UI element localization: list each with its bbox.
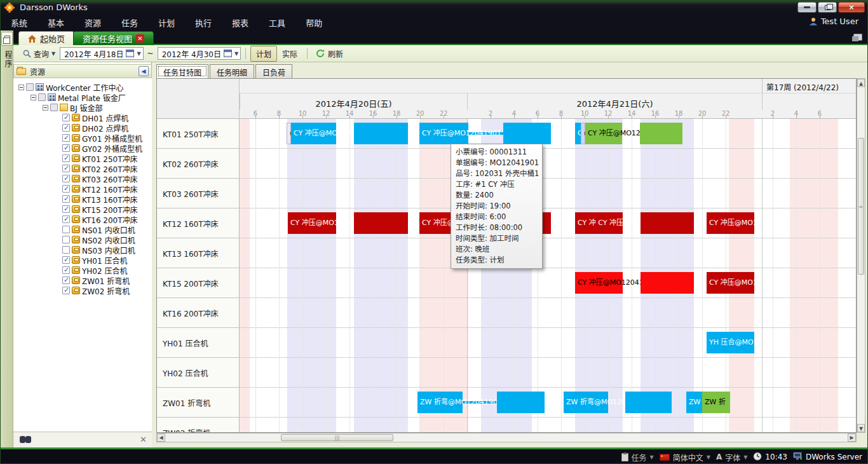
tree-item-GY02[interactable]: GY02 外桶成型机: [55, 143, 142, 153]
query-button[interactable]: 查询 ▼: [18, 46, 60, 62]
vertical-scroll-thumb[interactable]: ≡: [858, 138, 864, 275]
task-bar[interactable]: CY 冲压@MO12041901: [419, 123, 468, 144]
task-bar[interactable]: ZW: [686, 392, 702, 413]
menu-item-系统[interactable]: 系统: [1, 15, 37, 31]
tree-checkbox[interactable]: [62, 134, 70, 142]
task-bar[interactable]: YH 压合@MO1: [707, 332, 754, 353]
program-side-strip[interactable]: 程序: [1, 31, 13, 447]
scroll-left-icon[interactable]: ◀: [157, 433, 165, 442]
tree-item-KT13[interactable]: KT13 160T冲床: [55, 194, 138, 204]
tree-item-NS02[interactable]: NS02 内收口机: [55, 235, 135, 245]
tree-item-NS03[interactable]: NS03 内收口机: [55, 245, 135, 255]
program-strip-tab[interactable]: [1, 32, 13, 46]
tree-checkbox[interactable]: [62, 246, 70, 254]
task-bar[interactable]: ZW 折: [702, 392, 730, 413]
scroll-right-icon[interactable]: ▶: [848, 433, 856, 442]
tree-checkbox[interactable]: [62, 205, 70, 213]
actual-toggle[interactable]: 实际: [277, 46, 302, 61]
close-button[interactable]: ×: [838, 2, 865, 13]
menu-item-资源[interactable]: 资源: [74, 15, 111, 31]
view-tab-任务甘特图[interactable]: 任务甘特图: [156, 64, 208, 78]
tree-checkbox[interactable]: [62, 266, 70, 274]
task-bar[interactable]: C: [575, 123, 581, 144]
task-bar[interactable]: CY 冲压@MO12041904: [288, 212, 336, 234]
tree-checkbox[interactable]: [62, 226, 70, 233]
task-bar[interactable]: C: [581, 123, 585, 144]
tree-checkbox[interactable]: [62, 165, 70, 172]
menu-item-报表[interactable]: 报表: [222, 15, 259, 31]
tree-item-DH02[interactable]: DH02 点焊机: [55, 123, 128, 133]
tree-checkbox[interactable]: [62, 144, 70, 152]
status-item-简体中文[interactable]: 简体中文▼: [660, 452, 710, 463]
tree-item-KT15[interactable]: KT15 200T冲床: [55, 204, 138, 214]
task-bar[interactable]: C: [287, 123, 291, 144]
window-list-icon[interactable]: [853, 34, 862, 41]
tree-checkbox[interactable]: [62, 175, 70, 182]
tree-checkbox[interactable]: [62, 185, 70, 193]
tree-item-GY01[interactable]: GY01 外桶成型机: [55, 133, 142, 143]
menu-item-帮助[interactable]: 帮助: [295, 15, 332, 31]
scroll-up-icon[interactable]: ▲: [857, 79, 865, 87]
date-to-field[interactable]: 2012年 4月30日 ▼: [158, 47, 241, 60]
doc-tab-资源任务视图[interactable]: 资源任务视图✕: [73, 31, 154, 45]
find-binoculars-icon[interactable]: [20, 436, 31, 444]
tree-checkbox[interactable]: [26, 83, 34, 91]
tree-item-YH02[interactable]: YH02 压合机: [55, 265, 127, 275]
tree-checkbox[interactable]: [62, 236, 70, 243]
tree-item-NS01[interactable]: NS01 内收口机: [55, 224, 135, 235]
task-bar[interactable]: [641, 212, 694, 234]
menu-item-基本[interactable]: 基本: [37, 15, 74, 31]
view-tab-日负荷[interactable]: 日负荷: [255, 64, 292, 78]
task-bar[interactable]: ZW 折弯@MO12041901: [564, 392, 608, 413]
task-bar[interactable]: CY 冲压@MO12041903: [575, 272, 623, 294]
tree-item-BJ[interactable]: BJ 钣金部: [43, 102, 103, 113]
task-bar[interactable]: [503, 123, 551, 144]
refresh-button[interactable]: 刷新: [312, 46, 347, 61]
task-bar[interactable]: CY 冲 CY 冲压@MO12041904: [575, 212, 623, 234]
tree-expander-icon[interactable]: [18, 85, 24, 90]
tree-item-KT16[interactable]: KT16 200T冲床: [55, 214, 138, 224]
plan-toggle[interactable]: 计划: [250, 46, 277, 62]
task-bar[interactable]: [625, 392, 672, 413]
tree-checkbox[interactable]: [62, 215, 70, 223]
tree-checkbox[interactable]: [62, 287, 70, 294]
doc-tab-起始页[interactable]: 起始页: [18, 31, 74, 45]
menu-item-工具[interactable]: 工具: [259, 15, 295, 31]
restore-button[interactable]: [818, 2, 837, 13]
tree-item-KT01[interactable]: KT01 250T冲床: [55, 153, 138, 163]
task-bar[interactable]: CY 冲压@MO1: [707, 212, 754, 234]
tree-checkbox[interactable]: [62, 256, 70, 264]
task-bar[interactable]: [497, 392, 545, 413]
tree-expander-icon[interactable]: [43, 105, 48, 111]
tree-expander-icon[interactable]: [31, 95, 36, 100]
tree-item-KT02[interactable]: KT02 260T冲床: [55, 163, 138, 174]
view-tab-任务明细[interactable]: 任务明细: [210, 64, 254, 78]
menu-item-执行[interactable]: 执行: [185, 15, 222, 31]
tree-checkbox[interactable]: [38, 93, 46, 101]
status-item-10:43[interactable]: 10:43: [753, 452, 787, 463]
tree-checkbox[interactable]: [62, 195, 70, 203]
tree-item-KT12[interactable]: KT12 160T冲床: [55, 184, 138, 194]
task-bar[interactable]: [640, 123, 682, 144]
minimize-button[interactable]: [797, 2, 817, 13]
task-bar[interactable]: [354, 123, 408, 144]
tree-checkbox[interactable]: [62, 124, 70, 132]
tree-checkbox[interactable]: [62, 276, 70, 284]
status-item-任务[interactable]: 任务▼: [621, 452, 654, 463]
task-bar[interactable]: [641, 272, 694, 294]
status-item-DWorks Server[interactable]: DWorks Server: [793, 452, 862, 462]
task-bar[interactable]: [354, 212, 408, 234]
tree-item-Metal[interactable]: Metal Plate 钣金厂: [31, 92, 126, 102]
task-bar[interactable]: CY 冲压@MO12041901: [291, 123, 336, 144]
tree-checkbox[interactable]: [62, 114, 70, 121]
status-item-字体[interactable]: A字体▼: [716, 452, 747, 463]
menu-item-计划[interactable]: 计划: [148, 15, 185, 31]
task-bar[interactable]: CY 冲压@MO1: [707, 272, 754, 294]
tab-close-icon[interactable]: ✕: [136, 34, 144, 43]
horizontal-scrollbar[interactable]: ◀ ▶ |||: [156, 433, 857, 442]
scroll-down-icon[interactable]: ▼: [857, 424, 865, 432]
horizontal-scroll-thumb[interactable]: |||: [281, 434, 393, 441]
tree-item-ZW01[interactable]: ZW01 折弯机: [55, 275, 130, 285]
footer-close-icon[interactable]: ✕: [140, 435, 147, 444]
tree-item-ZW02[interactable]: ZW02 折弯机: [55, 285, 130, 296]
